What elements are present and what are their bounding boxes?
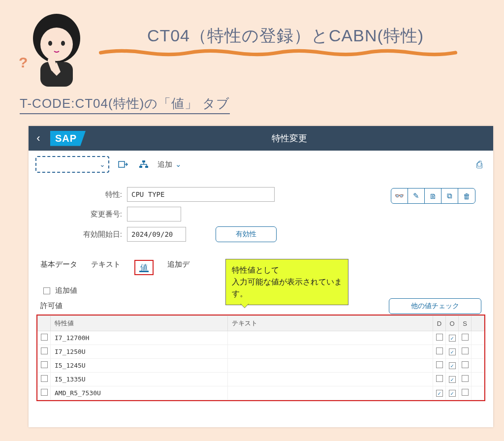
hierarchy-icon[interactable]	[137, 158, 151, 171]
question-mark-decoration: ?	[19, 54, 28, 71]
allowed-values-table-wrap: 特性値 テキスト D O S I7_12700HI7_1250UI5_1245U…	[36, 315, 485, 401]
trash-icon[interactable]: 🗑	[458, 189, 475, 203]
add-label: 追加	[158, 160, 172, 169]
cell-value[interactable]: I5_1245U	[51, 359, 228, 373]
page-subtitle: T-CODE:CT04(特性)の「値」 タブ	[20, 95, 230, 114]
col-select	[38, 316, 51, 331]
tab-text[interactable]: テキスト	[91, 260, 121, 275]
checkbox-s[interactable]	[462, 389, 469, 396]
export-icon[interactable]	[116, 158, 130, 171]
pencil-icon[interactable]: ✎	[408, 189, 425, 203]
checkbox-o[interactable]	[449, 335, 456, 342]
row-select-checkbox[interactable]	[41, 334, 48, 341]
tab-values[interactable]: 値	[134, 260, 154, 275]
title-underline	[98, 48, 472, 57]
tab-basic-data[interactable]: 基本データ	[40, 260, 77, 275]
col-d: D	[433, 316, 446, 331]
validity-button[interactable]: 有効性	[216, 226, 277, 242]
sap-logo: SAP	[50, 131, 86, 146]
checkbox-d[interactable]	[436, 390, 443, 397]
cell-text[interactable]	[228, 331, 433, 345]
avatar-illustration	[20, 4, 94, 88]
sap-window: ‹ SAP 特性変更 ⌄ 追加 ⌄ ⎙ 👓 ✎ 🗎 ⧉ 🗑 特性: 変更番号	[29, 126, 493, 427]
back-button[interactable]: ‹	[29, 126, 48, 151]
window-title: 特性変更	[86, 132, 493, 144]
change-number-label: 変更番号:	[48, 210, 127, 219]
table-row: AMD_R5_7530U	[38, 386, 484, 400]
checkbox-o[interactable]	[449, 362, 456, 369]
checkbox-d[interactable]	[436, 375, 443, 382]
valid-from-input[interactable]	[127, 227, 186, 242]
page-title: CT04（特性の登録）とCABN(特性)	[103, 25, 468, 47]
col-o: O	[446, 316, 459, 331]
checkbox-s[interactable]	[462, 347, 469, 354]
cell-text[interactable]	[228, 359, 433, 373]
characteristic-label: 特性:	[48, 190, 127, 199]
svg-rect-7	[142, 160, 145, 162]
svg-rect-8	[139, 166, 142, 168]
cell-value[interactable]: AMD_R5_7530U	[51, 386, 228, 400]
valid-from-label: 有効開始日:	[48, 230, 127, 239]
svg-rect-6	[119, 161, 125, 167]
checkbox-s[interactable]	[462, 334, 469, 341]
table-row: I7_1250U	[38, 345, 484, 359]
checkbox-o[interactable]	[449, 376, 456, 383]
col-s: S	[459, 316, 472, 331]
allowed-values-table: 特性値 テキスト D O S I7_12700HI7_1250UI5_1245U…	[37, 315, 484, 400]
toolbar: ⌄ 追加 ⌄ ⎙	[29, 151, 493, 178]
print-icon[interactable]: ⎙	[472, 158, 486, 171]
chevron-down-icon: ⌄	[99, 160, 105, 168]
variant-select[interactable]: ⌄	[35, 156, 109, 173]
row-select-checkbox[interactable]	[41, 347, 48, 354]
checkbox-s[interactable]	[462, 361, 469, 368]
annotation-callout: 特性値として 入力可能な値が表示されています。	[225, 259, 348, 305]
cell-value[interactable]: I7_12700H	[51, 331, 228, 345]
col-spacer	[472, 316, 484, 331]
svg-point-3	[61, 41, 65, 46]
svg-rect-9	[145, 166, 148, 168]
chevron-down-icon: ⌄	[175, 160, 182, 169]
cell-text[interactable]	[228, 373, 433, 386]
tab-additional-data[interactable]: 追加デ	[167, 260, 189, 275]
col-value: 特性値	[51, 316, 228, 331]
svg-point-2	[48, 41, 52, 46]
row-select-checkbox[interactable]	[41, 389, 48, 396]
add-menu[interactable]: 追加 ⌄	[158, 160, 182, 169]
table-row: I7_12700H	[38, 331, 484, 345]
characteristic-input[interactable]	[127, 187, 275, 202]
cell-text[interactable]	[228, 345, 433, 359]
copy-icon[interactable]: ⧉	[441, 189, 458, 203]
cell-value[interactable]: I7_1250U	[51, 345, 228, 359]
additional-values-label: 追加値	[55, 286, 77, 295]
checkbox-s[interactable]	[462, 375, 469, 382]
table-row: I5_1335U	[38, 373, 484, 386]
change-number-input[interactable]	[127, 207, 181, 221]
additional-values-checkbox[interactable]	[43, 287, 50, 294]
cell-value[interactable]: I5_1335U	[51, 373, 228, 386]
checkbox-o[interactable]	[449, 390, 456, 397]
table-row: I5_1245U	[38, 359, 484, 373]
checkbox-o[interactable]	[449, 348, 456, 355]
sap-header: ‹ SAP 特性変更	[29, 126, 493, 151]
row-select-checkbox[interactable]	[41, 361, 48, 368]
cell-text[interactable]	[228, 386, 433, 400]
checkbox-d[interactable]	[436, 334, 443, 341]
glasses-icon[interactable]: 👓	[391, 189, 408, 203]
other-value-check-button[interactable]: 他の値チェック	[389, 298, 481, 314]
col-text: テキスト	[228, 316, 433, 331]
checkbox-d[interactable]	[436, 361, 443, 368]
row-select-checkbox[interactable]	[41, 375, 48, 382]
checkbox-d[interactable]	[436, 347, 443, 354]
document-icon[interactable]: 🗎	[425, 189, 441, 203]
svg-point-1	[40, 28, 73, 61]
action-icon-group: 👓 ✎ 🗎 ⧉ 🗑	[391, 188, 475, 204]
